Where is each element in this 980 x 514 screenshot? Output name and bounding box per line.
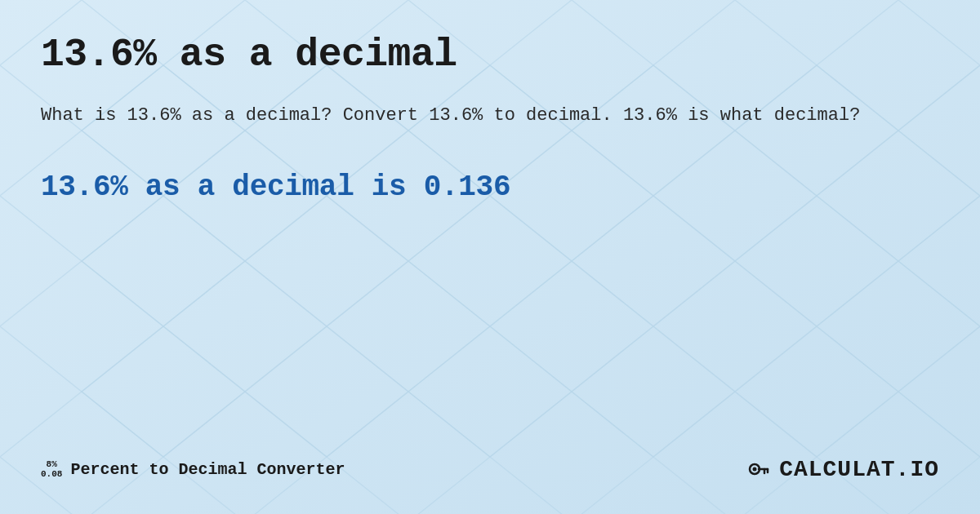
page-title: 13.6% as a decimal (41, 33, 939, 77)
description-text: What is 13.6% as a decimal? Convert 13.6… (41, 101, 939, 130)
footer: 8% 0.08 Percent to Decimal Converter CAL… (41, 445, 939, 490)
logo-text: CALCULAT.IO (779, 457, 939, 482)
calculator-icon (746, 453, 773, 485)
percent-top: 8% (47, 459, 57, 469)
percent-bottom: 0.08 (41, 469, 62, 479)
logo: CALCULAT.IO (746, 453, 939, 485)
svg-point-44 (753, 467, 757, 472)
footer-label: Percent to Decimal Converter (70, 460, 345, 479)
percent-fraction-icon: 8% 0.08 (41, 459, 62, 479)
result-text: 13.6% as a decimal is 0.136 (41, 171, 939, 204)
footer-left: 8% 0.08 Percent to Decimal Converter (41, 459, 345, 479)
